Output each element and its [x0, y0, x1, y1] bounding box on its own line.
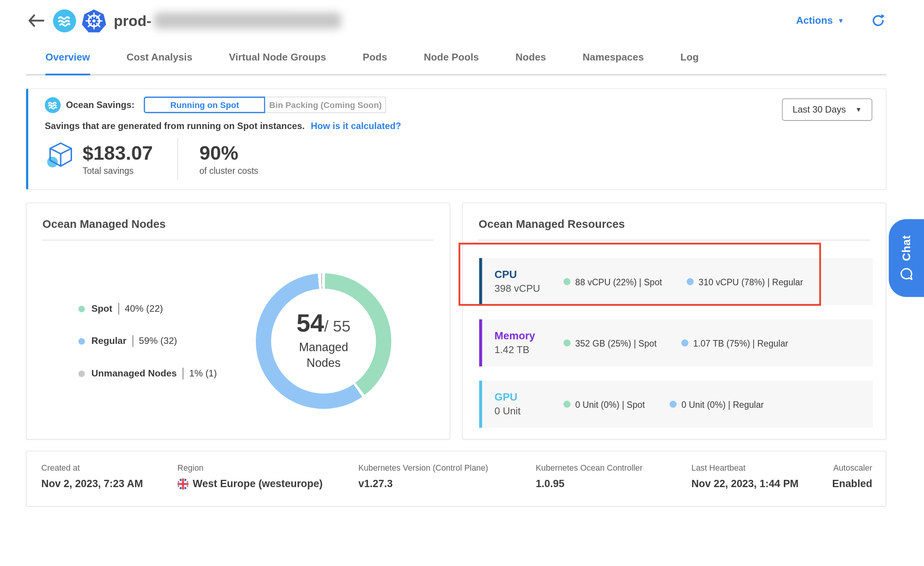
legend-separator [183, 368, 183, 380]
managed-nodes-donut-chart: 54/ 55 Managed Nodes [256, 273, 392, 409]
unmanaged-dot-icon [79, 370, 85, 377]
managed-resources-title: Ocean Managed Resources [463, 203, 886, 231]
ocean-cluster-overview-page: prod- Actions ▼ Overview Cost Analysis V… [0, 0, 924, 566]
donut-caption: Managed Nodes [288, 339, 359, 371]
resource-row-memory: Memory 1.42 TB 352 GB (25%) | Spot 1.07 … [479, 319, 873, 366]
resource-total: 398 vCPU [495, 283, 564, 295]
savings-description-text: Savings that are generated from running … [45, 121, 305, 131]
tab-overview[interactable]: Overview [45, 41, 90, 74]
donut-center: 54/ 55 Managed Nodes [271, 289, 376, 394]
ocean-savings-label: Ocean Savings: [66, 100, 134, 110]
resource-name: CPU [495, 268, 564, 281]
tab-pods[interactable]: Pods [363, 41, 387, 74]
tab-virtual-node-groups[interactable]: Virtual Node Groups [229, 41, 326, 74]
resource-row-cpu: CPU 398 vCPU 88 vCPU (22%) | Spot 310 vC… [479, 258, 873, 305]
cluster-info-footer: Created at Nov 2, 2023, 7:23 AM Region W… [26, 451, 886, 507]
legend-item-unmanaged: Unmanaged Nodes 1% (1) [79, 367, 217, 380]
refresh-button[interactable] [871, 13, 885, 28]
resource-regular-text: 0 Unit (0%) | Regular [682, 399, 764, 409]
resource-regular-text: 310 vCPU (78%) | Regular [699, 276, 803, 286]
cluster-cost-percent-metric: 90% of cluster costs [199, 143, 258, 175]
tab-log[interactable]: Log [680, 41, 699, 74]
footer-value: 1.0.95 [536, 478, 642, 490]
ocean-savings-card: Ocean Savings: Running on Spot Bin Packi… [26, 88, 886, 190]
cluster-title-prefix: prod- [114, 12, 151, 29]
legend-item-regular: Regular 59% (32) [79, 335, 217, 348]
resource-total: 1.42 TB [495, 344, 564, 356]
period-dropdown[interactable]: Last 30 Days ▼ [782, 98, 872, 121]
how-calculated-link[interactable]: How is it calculated? [311, 121, 401, 131]
spot-dot-icon [79, 306, 85, 312]
footer-created-at: Created at Nov 2, 2023, 7:23 AM [41, 463, 143, 490]
chat-bubble-icon [899, 267, 914, 281]
regular-dot-icon [682, 339, 688, 346]
footer-value: Nov 22, 2023, 1:44 PM [691, 478, 799, 490]
tab-node-pools[interactable]: Node Pools [424, 41, 479, 74]
total-savings-metric: $183.07 Total savings [82, 143, 153, 175]
managed-nodes-title: Ocean Managed Nodes [26, 203, 450, 231]
actions-button-label: Actions [796, 15, 833, 26]
footer-label: Region [177, 463, 323, 473]
kubernetes-logo-icon [82, 8, 106, 33]
spot-dot-icon [564, 401, 570, 407]
tab-bar: Overview Cost Analysis Virtual Node Grou… [26, 41, 886, 75]
actions-button[interactable]: Actions ▼ [796, 15, 844, 26]
legend-label: Spot [91, 303, 112, 314]
footer-label: Created at [41, 463, 143, 473]
resource-spot-detail: 88 vCPU (22%) | Spot [564, 276, 662, 286]
tab-cost-analysis[interactable]: Cost Analysis [126, 41, 192, 74]
tab-namespaces[interactable]: Namespaces [583, 41, 644, 74]
chevron-down-icon: ▼ [855, 106, 862, 113]
resource-spot-text: 88 vCPU (22%) | Spot [575, 276, 662, 286]
ocean-mini-logo-icon [45, 97, 61, 113]
chat-button[interactable]: Chat [889, 219, 924, 297]
resource-row-gpu: GPU 0 Unit 0 Unit (0%) | Spot 0 Unit (0%… [479, 381, 873, 428]
total-count: / 55 [324, 317, 351, 335]
footer-value: v1.27.3 [358, 478, 488, 490]
savings-description: Savings that are generated from running … [45, 121, 872, 131]
footer-label: Autoscaler [832, 463, 872, 473]
resource-name: GPU [495, 391, 564, 404]
total-savings-value: $183.07 [82, 143, 153, 164]
bin-packing-button[interactable]: Bin Packing (Coming Soon) [265, 97, 386, 113]
back-button[interactable] [27, 12, 45, 29]
resource-name: Memory [495, 330, 564, 342]
legend-value: 1% (1) [189, 368, 217, 379]
regular-dot-icon [687, 278, 694, 285]
savings-cube-icon [46, 140, 75, 173]
legend-label: Unmanaged Nodes [91, 368, 177, 379]
refresh-icon [871, 13, 885, 28]
footer-autoscaler: Autoscaler Enabled [832, 463, 872, 490]
savings-mode-toggle: Running on Spot Bin Packing (Coming Soon… [144, 97, 386, 113]
cluster-cost-percent-value: 90% [199, 143, 258, 164]
total-savings-label: Total savings [82, 165, 153, 175]
footer-label: Last Heartbeat [691, 463, 799, 473]
running-on-spot-button[interactable]: Running on Spot [144, 97, 265, 113]
footer-value: Nov 2, 2023, 7:23 AM [41, 478, 143, 490]
footer-label: Kubernetes Version (Control Plane) [358, 463, 488, 473]
regular-dot-icon [79, 338, 85, 344]
uk-flag-icon [177, 478, 188, 489]
spot-dot-icon [564, 278, 570, 285]
footer-last-heartbeat: Last Heartbeat Nov 22, 2023, 1:44 PM [691, 463, 799, 490]
resource-regular-detail: 310 vCPU (78%) | Regular [687, 276, 803, 286]
footer-region: Region West Europe (westeurope) [177, 463, 323, 490]
ocean-logo-icon [53, 9, 76, 32]
footer-label: Kubernetes Ocean Controller [536, 463, 642, 473]
resource-regular-detail: 1.07 TB (75%) | Regular [682, 338, 788, 348]
resource-total: 0 Unit [495, 406, 564, 417]
resource-spot-text: 0 Unit (0%) | Spot [575, 399, 645, 409]
divider [43, 240, 434, 240]
page-header: prod- Actions ▼ [0, 0, 924, 41]
regular-dot-icon [670, 401, 677, 407]
tab-nodes[interactable]: Nodes [515, 41, 546, 74]
ocean-managed-resources-card: Ocean Managed Resources CPU 398 vCPU 88 … [462, 203, 886, 439]
metric-divider [178, 138, 179, 180]
legend-value: 59% (32) [139, 336, 177, 347]
legend-separator [133, 335, 133, 347]
chat-button-label: Chat [900, 235, 913, 261]
cluster-name-redacted [154, 12, 341, 29]
resource-regular-detail: 0 Unit (0%) | Regular [670, 399, 764, 409]
back-arrow-icon [28, 14, 44, 27]
legend-value: 40% (22) [125, 303, 163, 314]
